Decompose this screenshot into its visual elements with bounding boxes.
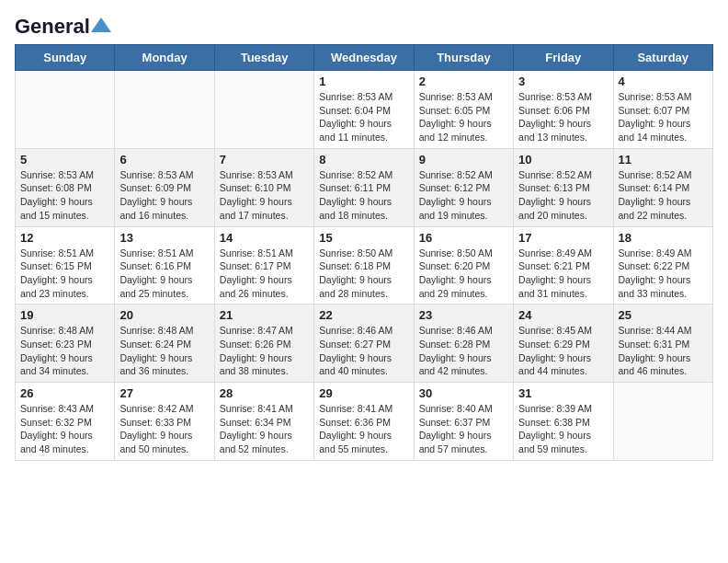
- calendar-week-row-1: 1Sunrise: 8:53 AM Sunset: 6:04 PM Daylig…: [16, 71, 713, 149]
- cell-text: Sunrise: 8:51 AM Sunset: 6:16 PM Dayligh…: [119, 247, 209, 301]
- calendar-cell: 1Sunrise: 8:53 AM Sunset: 6:04 PM Daylig…: [314, 71, 414, 149]
- calendar-cell: [613, 383, 712, 461]
- day-number: 25: [619, 308, 708, 322]
- calendar-cell: 27Sunrise: 8:42 AM Sunset: 6:33 PM Dayli…: [115, 383, 214, 461]
- cell-text: Sunrise: 8:50 AM Sunset: 6:20 PM Dayligh…: [419, 247, 508, 301]
- calendar-cell: 24Sunrise: 8:45 AM Sunset: 6:29 PM Dayli…: [514, 304, 613, 383]
- cell-text: Sunrise: 8:53 AM Sunset: 6:09 PM Dayligh…: [119, 168, 209, 223]
- calendar-cell: 3Sunrise: 8:53 AM Sunset: 6:06 PM Daylig…: [514, 71, 613, 149]
- calendar-cell: 16Sunrise: 8:50 AM Sunset: 6:20 PM Dayli…: [414, 226, 513, 304]
- calendar-week-row-2: 5Sunrise: 8:53 AM Sunset: 6:08 PM Daylig…: [16, 148, 713, 226]
- day-number: 3: [518, 75, 608, 88]
- calendar-table: SundayMondayTuesdayWednesdayThursdayFrid…: [15, 44, 713, 461]
- cell-text: Sunrise: 8:51 AM Sunset: 6:17 PM Dayligh…: [220, 247, 309, 301]
- cell-text: Sunrise: 8:53 AM Sunset: 6:04 PM Dayligh…: [319, 90, 408, 144]
- cell-text: Sunrise: 8:46 AM Sunset: 6:27 PM Dayligh…: [319, 324, 408, 378]
- calendar-cell: [115, 71, 214, 149]
- day-number: 12: [20, 231, 109, 245]
- day-number: 14: [220, 231, 309, 245]
- day-number: 13: [119, 231, 209, 245]
- day-number: 20: [119, 308, 209, 322]
- cell-text: Sunrise: 8:53 AM Sunset: 6:06 PM Dayligh…: [518, 90, 608, 144]
- calendar-header-tuesday: Tuesday: [214, 45, 313, 71]
- cell-text: Sunrise: 8:53 AM Sunset: 6:08 PM Dayligh…: [20, 168, 109, 223]
- calendar-cell: 21Sunrise: 8:47 AM Sunset: 6:26 PM Dayli…: [214, 304, 313, 383]
- calendar-cell: 13Sunrise: 8:51 AM Sunset: 6:16 PM Dayli…: [115, 226, 214, 304]
- day-number: 30: [419, 386, 508, 400]
- calendar-cell: 10Sunrise: 8:52 AM Sunset: 6:13 PM Dayli…: [514, 148, 613, 226]
- cell-text: Sunrise: 8:50 AM Sunset: 6:18 PM Dayligh…: [319, 247, 408, 301]
- cell-text: Sunrise: 8:53 AM Sunset: 6:05 PM Dayligh…: [419, 90, 508, 144]
- cell-text: Sunrise: 8:48 AM Sunset: 6:24 PM Dayligh…: [119, 324, 209, 378]
- day-number: 23: [419, 308, 508, 322]
- day-number: 4: [619, 75, 708, 88]
- svg-marker-0: [91, 17, 111, 32]
- calendar-header-wednesday: Wednesday: [314, 45, 414, 71]
- day-number: 11: [619, 153, 708, 167]
- calendar-cell: 2Sunrise: 8:53 AM Sunset: 6:05 PM Daylig…: [414, 71, 513, 149]
- cell-text: Sunrise: 8:48 AM Sunset: 6:23 PM Dayligh…: [20, 324, 109, 378]
- calendar-cell: 18Sunrise: 8:49 AM Sunset: 6:22 PM Dayli…: [613, 226, 712, 304]
- calendar-cell: 29Sunrise: 8:41 AM Sunset: 6:36 PM Dayli…: [314, 383, 414, 461]
- calendar-cell: [214, 71, 313, 149]
- calendar-week-row-5: 26Sunrise: 8:43 AM Sunset: 6:32 PM Dayli…: [16, 383, 713, 461]
- calendar-header-saturday: Saturday: [613, 45, 712, 71]
- logo-icon: [91, 17, 111, 32]
- day-number: 1: [319, 75, 408, 88]
- cell-text: Sunrise: 8:52 AM Sunset: 6:12 PM Dayligh…: [419, 168, 508, 223]
- calendar-cell: 14Sunrise: 8:51 AM Sunset: 6:17 PM Dayli…: [214, 226, 313, 304]
- calendar-cell: 15Sunrise: 8:50 AM Sunset: 6:18 PM Dayli…: [314, 226, 414, 304]
- day-number: 7: [220, 153, 309, 167]
- cell-text: Sunrise: 8:53 AM Sunset: 6:07 PM Dayligh…: [619, 90, 708, 144]
- calendar-cell: 8Sunrise: 8:52 AM Sunset: 6:11 PM Daylig…: [314, 148, 414, 226]
- day-number: 10: [518, 153, 608, 167]
- calendar-header-row: SundayMondayTuesdayWednesdayThursdayFrid…: [16, 45, 713, 71]
- calendar-cell: 11Sunrise: 8:52 AM Sunset: 6:14 PM Dayli…: [613, 148, 712, 226]
- cell-text: Sunrise: 8:44 AM Sunset: 6:31 PM Dayligh…: [619, 324, 708, 378]
- calendar-header-thursday: Thursday: [414, 45, 513, 71]
- day-number: 31: [518, 386, 608, 400]
- calendar-cell: 31Sunrise: 8:39 AM Sunset: 6:38 PM Dayli…: [514, 383, 613, 461]
- calendar-cell: 7Sunrise: 8:53 AM Sunset: 6:10 PM Daylig…: [214, 148, 313, 226]
- calendar-cell: 20Sunrise: 8:48 AM Sunset: 6:24 PM Dayli…: [115, 304, 214, 383]
- cell-text: Sunrise: 8:53 AM Sunset: 6:10 PM Dayligh…: [220, 168, 309, 223]
- day-number: 9: [419, 153, 508, 167]
- cell-text: Sunrise: 8:46 AM Sunset: 6:28 PM Dayligh…: [419, 324, 508, 378]
- cell-text: Sunrise: 8:47 AM Sunset: 6:26 PM Dayligh…: [220, 324, 309, 378]
- calendar-cell: 25Sunrise: 8:44 AM Sunset: 6:31 PM Dayli…: [613, 304, 712, 383]
- calendar-cell: 4Sunrise: 8:53 AM Sunset: 6:07 PM Daylig…: [613, 71, 712, 149]
- calendar-cell: 12Sunrise: 8:51 AM Sunset: 6:15 PM Dayli…: [16, 226, 115, 304]
- calendar-cell: 19Sunrise: 8:48 AM Sunset: 6:23 PM Dayli…: [16, 304, 115, 383]
- cell-text: Sunrise: 8:40 AM Sunset: 6:37 PM Dayligh…: [419, 402, 508, 456]
- day-number: 27: [119, 386, 209, 400]
- calendar-header-sunday: Sunday: [16, 45, 115, 71]
- calendar-header-monday: Monday: [115, 45, 214, 71]
- cell-text: Sunrise: 8:52 AM Sunset: 6:13 PM Dayligh…: [518, 168, 608, 223]
- calendar-cell: 9Sunrise: 8:52 AM Sunset: 6:12 PM Daylig…: [414, 148, 513, 226]
- cell-text: Sunrise: 8:45 AM Sunset: 6:29 PM Dayligh…: [518, 324, 608, 378]
- day-number: 22: [319, 308, 408, 322]
- day-number: 19: [20, 308, 109, 322]
- day-number: 15: [319, 231, 408, 245]
- cell-text: Sunrise: 8:52 AM Sunset: 6:14 PM Dayligh…: [619, 168, 708, 223]
- calendar-cell: 28Sunrise: 8:41 AM Sunset: 6:34 PM Dayli…: [214, 383, 313, 461]
- cell-text: Sunrise: 8:43 AM Sunset: 6:32 PM Dayligh…: [20, 402, 109, 456]
- day-number: 5: [20, 153, 109, 167]
- calendar-week-row-3: 12Sunrise: 8:51 AM Sunset: 6:15 PM Dayli…: [16, 226, 713, 304]
- day-number: 28: [220, 386, 309, 400]
- cell-text: Sunrise: 8:41 AM Sunset: 6:36 PM Dayligh…: [319, 402, 408, 456]
- calendar-cell: 26Sunrise: 8:43 AM Sunset: 6:32 PM Dayli…: [16, 383, 115, 461]
- calendar-cell: 23Sunrise: 8:46 AM Sunset: 6:28 PM Dayli…: [414, 304, 513, 383]
- day-number: 26: [20, 386, 109, 400]
- calendar-cell: 17Sunrise: 8:49 AM Sunset: 6:21 PM Dayli…: [514, 226, 613, 304]
- day-number: 17: [518, 231, 608, 245]
- logo: General: [15, 15, 111, 35]
- cell-text: Sunrise: 8:51 AM Sunset: 6:15 PM Dayligh…: [20, 247, 109, 301]
- day-number: 18: [619, 231, 708, 245]
- logo-general: General: [15, 15, 90, 39]
- calendar-cell: 30Sunrise: 8:40 AM Sunset: 6:37 PM Dayli…: [414, 383, 513, 461]
- calendar-cell: [16, 71, 115, 149]
- cell-text: Sunrise: 8:52 AM Sunset: 6:11 PM Dayligh…: [319, 168, 408, 223]
- day-number: 8: [319, 153, 408, 167]
- calendar-week-row-4: 19Sunrise: 8:48 AM Sunset: 6:23 PM Dayli…: [16, 304, 713, 383]
